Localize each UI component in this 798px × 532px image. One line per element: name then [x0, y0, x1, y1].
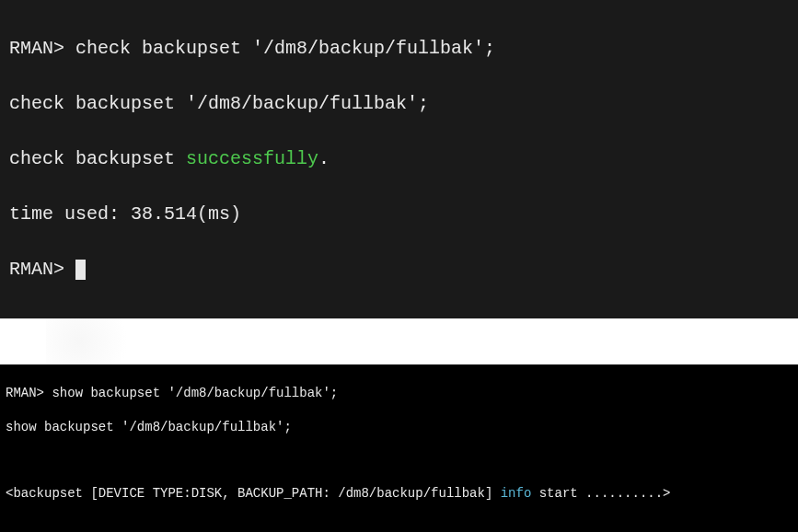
echo-line: check backupset '/dm8/backup/fullbak';	[9, 90, 789, 118]
rman-prompt: RMAN>	[9, 259, 75, 280]
prompt-line[interactable]: RMAN>	[9, 256, 789, 283]
blank-line	[6, 452, 792, 468]
result-line: check backupset successfully.	[9, 145, 789, 173]
command-line-1: RMAN> check backupset '/dm8/backup/fullb…	[9, 35, 789, 63]
backupset-info-line: <backupset [DEVICE TYPE:DISK, BACKUP_PAT…	[6, 485, 792, 502]
info-keyword: info	[501, 486, 532, 501]
gap-area	[0, 318, 798, 364]
terminal-check-backupset: RMAN> check backupset '/dm8/backup/fullb…	[0, 0, 798, 318]
check-command: check backupset '/dm8/backup/fullbak';	[75, 38, 495, 59]
rman-prompt: RMAN>	[9, 38, 75, 59]
faint-watermark	[46, 318, 156, 364]
show-command: show backupset '/dm8/backup/fullbak';	[52, 386, 338, 400]
blank-line	[6, 519, 792, 532]
success-text: successfully	[186, 148, 318, 169]
echo-line-2: show backupset '/dm8/backup/fullbak';	[6, 419, 792, 435]
cursor-icon	[75, 260, 86, 280]
rman-prompt: RMAN>	[6, 386, 52, 400]
terminal-show-backupset: RMAN> show backupset '/dm8/backup/fullba…	[0, 364, 798, 532]
command-line-2: RMAN> show backupset '/dm8/backup/fullba…	[6, 385, 792, 401]
time-used-line: time used: 38.514(ms)	[9, 201, 789, 228]
